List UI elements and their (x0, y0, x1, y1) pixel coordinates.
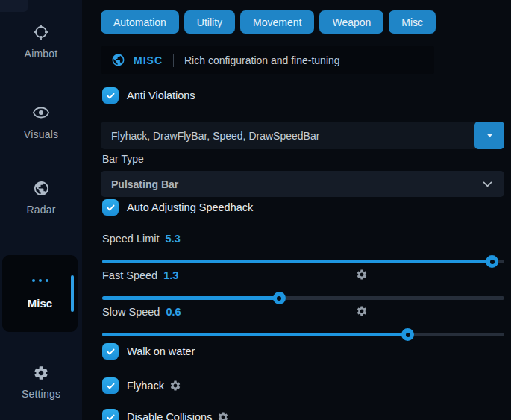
slider-speed-limit: Speed Limit 5.3 (102, 232, 504, 268)
slider-value: 0.6 (166, 306, 181, 318)
tab-weapon[interactable]: Weapon (319, 10, 383, 34)
ellipsis-icon (2, 279, 78, 282)
gear-icon[interactable] (356, 269, 368, 282)
slider-track[interactable] (102, 328, 504, 341)
app-window: Aimbot Visuals Radar Misc Settings (0, 0, 511, 420)
checkbox-label: Flyhack (127, 380, 164, 392)
checkbox-checked-icon (102, 377, 119, 394)
checkbox-flyhack[interactable]: Flyhack (102, 377, 181, 394)
gear-icon (33, 365, 49, 383)
tab-movement[interactable]: Movement (240, 10, 314, 34)
section-header: MISC Rich configuration and fine-tuning (101, 46, 434, 74)
sidebar-item-radar[interactable]: Radar (0, 180, 82, 216)
gear-icon[interactable] (169, 380, 181, 392)
checkbox-label: Anti Violations (127, 90, 195, 101)
slider-fill (102, 296, 279, 300)
checkbox-label: Walk on water (127, 345, 195, 357)
globe-icon (33, 180, 50, 198)
sidebar-item-visuals[interactable]: Visuals (0, 104, 82, 140)
flags-dropdown-button[interactable] (474, 122, 504, 149)
slider-slow-speed: Slow Speed 0.6 (102, 305, 504, 341)
gear-icon[interactable] (217, 411, 229, 420)
checkbox-checked-icon (102, 409, 119, 420)
flags-multiselect[interactable]: Flyhack, DrawFlyBar, Speed, DrawSpeedBar (101, 122, 504, 149)
tab-bar: Automation Utility Movement Weapon Misc (101, 10, 436, 34)
sidebar-item-misc-active[interactable]: Misc (2, 255, 78, 332)
globe-icon (111, 53, 125, 67)
flags-multiselect-value: Flyhack, DrawFlyBar, Speed, DrawSpeedBar (101, 130, 474, 142)
crosshair-icon (32, 23, 50, 41)
sidebar-item-label: Misc (2, 297, 78, 310)
slider-label: Speed Limit (102, 233, 160, 245)
sidebar-item-label: Visuals (0, 128, 82, 140)
slider-track[interactable] (102, 292, 504, 304)
gear-icon[interactable] (356, 305, 368, 319)
section-subtitle: Rich configuration and fine-tuning (184, 54, 340, 66)
sidebar-item-aimbot[interactable]: Aimbot (0, 23, 82, 60)
checkbox-checked-icon (102, 343, 119, 360)
slider-fast-speed: Fast Speed 1.3 (102, 269, 504, 304)
slider-track[interactable] (102, 255, 504, 268)
main-content: Automation Utility Movement Weapon Misc … (101, 0, 504, 420)
checkbox-checked-icon (102, 87, 119, 104)
window-corner-artifact (0, 0, 28, 12)
active-indicator-bar (71, 275, 74, 312)
checkbox-anti-violations[interactable]: Anti Violations (102, 87, 195, 104)
checkbox-label: Auto Adjusting Speedhack (127, 201, 253, 213)
checkbox-label: Disable Collisions (127, 411, 212, 420)
section-title: MISC (134, 54, 163, 66)
tab-automation[interactable]: Automation (101, 10, 179, 34)
slider-handle[interactable] (401, 328, 414, 341)
bar-type-dropdown[interactable]: Pulsating Bar (101, 171, 504, 197)
tab-utility[interactable]: Utility (184, 10, 235, 34)
slider-handle[interactable] (486, 255, 498, 268)
sidebar: Aimbot Visuals Radar Misc Settings (0, 0, 82, 420)
bar-type-label: Bar Type (102, 153, 144, 165)
slider-value: 5.3 (166, 233, 181, 245)
tab-misc[interactable]: Misc (389, 10, 436, 34)
sidebar-item-label: Radar (0, 204, 82, 216)
slider-fill (102, 260, 492, 263)
chevron-down-icon (481, 178, 494, 190)
checkbox-walk-on-water[interactable]: Walk on water (102, 343, 195, 360)
slider-value: 1.3 (163, 269, 178, 281)
checkbox-disable-collisions[interactable]: Disable Collisions (102, 409, 229, 420)
bar-type-value: Pulsating Bar (111, 178, 178, 190)
header-divider (173, 54, 174, 67)
triangle-down-icon (484, 130, 495, 141)
sidebar-item-settings[interactable]: Settings (0, 365, 82, 400)
slider-handle[interactable] (273, 292, 286, 304)
checkbox-auto-adjusting-speedhack[interactable]: Auto Adjusting Speedhack (102, 199, 253, 216)
sidebar-item-label: Aimbot (0, 48, 82, 60)
slider-fill (102, 333, 408, 336)
slider-label: Slow Speed (102, 306, 160, 318)
eye-icon (32, 104, 50, 122)
checkbox-checked-icon (102, 199, 119, 216)
sidebar-item-label: Settings (0, 388, 82, 400)
slider-label: Fast Speed (102, 269, 157, 281)
